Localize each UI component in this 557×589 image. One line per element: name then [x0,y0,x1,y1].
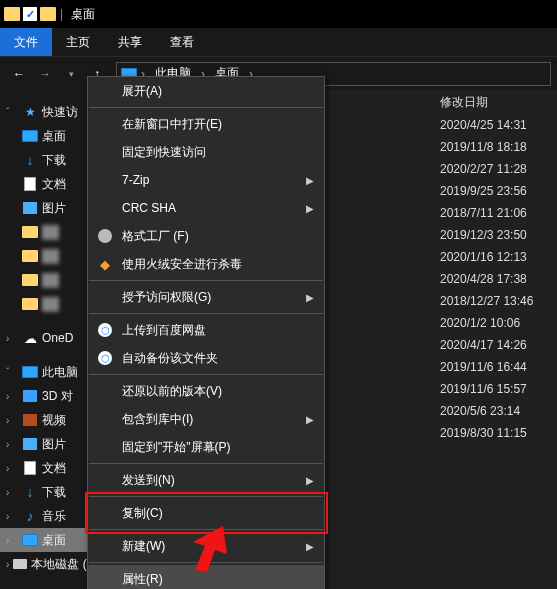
sidebar-music[interactable]: ›♪音乐 [0,504,100,528]
tab-view[interactable]: 查看 [156,28,208,56]
chevron-right-icon[interactable]: › [6,511,18,522]
file-date: 2020/4/25 14:31 [440,118,527,132]
chevron-right-icon[interactable]: › [6,439,18,450]
cloud-icon: ☁ [22,331,38,345]
chevron-right-icon[interactable]: › [6,333,18,344]
folder-icon [22,297,38,311]
menu-include-library[interactable]: 包含到库中(I)▶ [88,405,324,433]
chevron-right-icon: ▶ [306,414,314,425]
sidebar-documents[interactable]: 文档 [0,172,100,196]
menu-baidu-backup[interactable]: ⬡自动备份该文件夹 [88,344,324,372]
sidebar-video[interactable]: ›视频 [0,408,100,432]
menu-pin-start[interactable]: 固定到"开始"屏幕(P) [88,433,324,461]
menu-pin-quick-access[interactable]: 固定到快速访问 [88,138,324,166]
checkbox-icon[interactable]: ✓ [22,6,38,22]
sidebar-3dobjects[interactable]: ›3D 对 [0,384,100,408]
file-date: 2019/9/25 23:56 [440,184,527,198]
menu-separator [89,463,323,464]
sidebar-desktop2[interactable]: ›桌面 [0,528,100,552]
menu-new[interactable]: 新建(W)▶ [88,532,324,560]
sidebar-folder[interactable]: ██ [0,244,100,268]
sidebar-pictures2[interactable]: ›图片 [0,432,100,456]
menu-separator [89,562,323,563]
monitor-icon [22,365,38,379]
forward-button[interactable]: → [32,61,58,87]
sidebar-item-label: 下载 [42,152,66,169]
file-date: 2018/12/27 13:46 [440,294,533,308]
download-icon: ↓ [22,485,38,499]
sidebar-onedrive[interactable]: ›☁OneD [0,326,100,350]
shield-icon: ◆ [96,255,114,273]
file-date: 2020/1/2 10:06 [440,316,520,330]
ribbon-tabs: 文件 主页 共享 查看 [0,28,557,56]
folder-icon [22,225,38,239]
sidebar-documents2[interactable]: ›文档 [0,456,100,480]
tab-file[interactable]: 文件 [0,28,52,56]
sidebar-thispc[interactable]: ˇ此电脑 [0,360,100,384]
folder-icon [22,249,38,263]
gear-icon [96,227,114,245]
chevron-right-icon[interactable]: › [6,535,18,546]
column-modified[interactable]: 修改日期 [440,94,488,111]
sidebar-folder[interactable]: ██ [0,268,100,292]
menu-open-new-window[interactable]: 在新窗口中打开(E) [88,110,324,138]
sidebar-item-label: 视频 [42,412,66,429]
menu-separator [89,496,323,497]
baidu-icon: ⬡ [96,349,114,367]
menu-expand[interactable]: 展开(A) [88,77,324,105]
baidu-icon: ⬡ [96,321,114,339]
menu-separator [89,107,323,108]
chevron-right-icon[interactable]: › [6,487,18,498]
menu-separator [89,313,323,314]
chevron-right-icon[interactable]: › [6,559,9,570]
sidebar-downloads[interactable]: ↓下载 [0,148,100,172]
sidebar-downloads2[interactable]: ›↓下载 [0,480,100,504]
chevron-right-icon[interactable]: › [6,391,18,402]
menu-send-to[interactable]: 发送到(N)▶ [88,466,324,494]
sidebar-item-label: 此电脑 [42,364,78,381]
chevron-down-icon[interactable]: ˇ [6,107,18,118]
sidebar-pictures[interactable]: 图片 [0,196,100,220]
tab-share[interactable]: 共享 [104,28,156,56]
sidebar-folder[interactable]: ██ [0,220,100,244]
sidebar-localdisk[interactable]: ›本地磁盘 (C:) [0,552,100,576]
file-date: 2018/7/11 21:06 [440,206,527,220]
file-date: 2020/5/6 23:14 [440,404,520,418]
sidebar-item-label: 音乐 [42,508,66,525]
chevron-right-icon: ▶ [306,292,314,303]
document-icon [22,461,38,475]
menu-separator [89,529,323,530]
chevron-right-icon[interactable]: › [6,463,18,474]
download-icon: ↓ [22,153,38,167]
menu-7zip[interactable]: 7-Zip▶ [88,166,324,194]
file-date: 2019/11/6 15:57 [440,382,527,396]
menu-grant-access[interactable]: 授予访问权限(G)▶ [88,283,324,311]
sidebar-item-label: 文档 [42,460,66,477]
chevron-right-icon: ▶ [306,475,314,486]
sidebar-folder[interactable]: ██ [0,292,100,316]
sidebar-item-label: 文档 [42,176,66,193]
menu-separator [89,374,323,375]
file-date: 2019/8/30 11:15 [440,426,527,440]
file-date: 2019/11/6 16:44 [440,360,527,374]
recent-dropdown[interactable]: ▾ [58,61,84,87]
star-icon: ★ [22,105,38,119]
folder-icon [22,273,38,287]
chevron-right-icon[interactable]: › [6,415,18,426]
back-button[interactable]: ← [6,61,32,87]
chevron-down-icon[interactable]: ˇ [6,367,18,378]
file-date: 2019/12/3 23:50 [440,228,527,242]
menu-format-factory[interactable]: 格式工厂 (F) [88,222,324,250]
sidebar-desktop[interactable]: 桌面 [0,124,100,148]
chevron-right-icon: ▶ [306,541,314,552]
sidebar-quick-access[interactable]: ˇ★快速访 [0,100,100,124]
menu-copy[interactable]: 复制(C) [88,499,324,527]
menu-properties[interactable]: 属性(R) [88,565,324,589]
menu-huorong-scan[interactable]: ◆使用火绒安全进行杀毒 [88,250,324,278]
music-icon: ♪ [22,509,38,523]
menu-crcsha[interactable]: CRC SHA▶ [88,194,324,222]
tab-home[interactable]: 主页 [52,28,104,56]
menu-restore-previous[interactable]: 还原以前的版本(V) [88,377,324,405]
menu-baidu-upload[interactable]: ⬡上传到百度网盘 [88,316,324,344]
document-icon [22,177,38,191]
